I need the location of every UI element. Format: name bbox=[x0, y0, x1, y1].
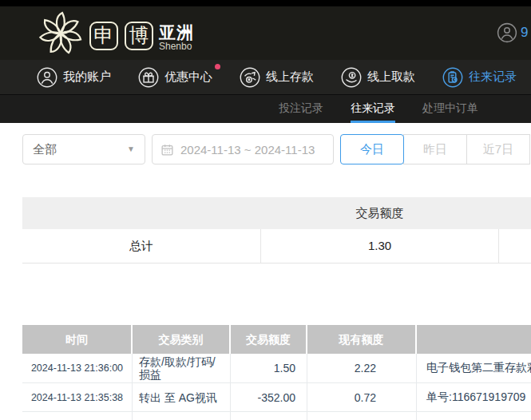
cell-balance bbox=[307, 412, 417, 420]
cell-remark: 单号:116671919709 bbox=[417, 383, 531, 411]
col-header-amount: 交易额度 bbox=[231, 325, 307, 354]
date-range-input[interactable]: 2024-11-13 ~ 2024-11-13 bbox=[152, 134, 334, 164]
filter-bar: 全部 ▼ 2024-11-13 ~ 2024-11-13 今日 昨日 近7日 bbox=[0, 134, 531, 164]
table-row: 2024-11-13 21:35:38 转出 至 AG视讯 -352.00 0.… bbox=[22, 383, 531, 412]
records-header-row: 时间 交易类别 交易额度 现有额度 bbox=[22, 325, 531, 354]
gift-icon bbox=[138, 67, 159, 88]
col-header-remark bbox=[417, 325, 531, 354]
cell-type: 转出 至 AG视讯 bbox=[133, 383, 231, 411]
col-header-time: 时间 bbox=[22, 325, 133, 354]
account-summary[interactable]: 9 bbox=[497, 22, 528, 43]
record-tabs: 投注记录 往来记录 处理中订单 bbox=[0, 94, 531, 123]
nav-item-promotions[interactable]: 优惠中心 bbox=[138, 67, 212, 88]
quick-date-buttons: 今日 昨日 近7日 bbox=[340, 134, 530, 164]
cell-balance: 0.72 bbox=[307, 383, 417, 411]
notification-dot bbox=[215, 64, 220, 69]
yesterday-button[interactable]: 昨日 bbox=[403, 134, 467, 164]
summary-header-blank bbox=[22, 197, 260, 229]
cell-time: 2024-11-13 21:35:38 bbox=[22, 383, 133, 411]
main-nav: 我的账户 优惠中心 线上存款 bbox=[0, 60, 531, 94]
summary-header-row: 交易额度 bbox=[22, 197, 531, 229]
summary-total-row: 总计 1.30 bbox=[22, 229, 531, 263]
logo-subtitle: Shenbo bbox=[159, 41, 192, 52]
user-avatar-icon bbox=[497, 22, 517, 43]
page: 申 博 亚洲 Shenbo 9 我的账户 bbox=[0, 0, 531, 420]
nav-label: 线上存款 bbox=[266, 69, 314, 85]
logo-char-shen: 申 bbox=[89, 22, 118, 50]
cell-amount: 1.50 bbox=[231, 354, 307, 382]
type-select[interactable]: 全部 ▼ bbox=[22, 134, 145, 164]
tab-transaction-records[interactable]: 往来记录 bbox=[351, 95, 395, 123]
summary-total-value: 1.30 bbox=[260, 229, 499, 263]
summary-header-blank2 bbox=[499, 197, 531, 229]
summary-total-blank bbox=[499, 229, 531, 263]
cell-type bbox=[133, 412, 231, 420]
nav-label: 我的账户 bbox=[63, 69, 111, 85]
brand-header: 申 博 亚洲 Shenbo 9 bbox=[0, 6, 531, 60]
records-icon bbox=[442, 67, 463, 88]
cell-time bbox=[22, 412, 133, 420]
summary-total-label: 总计 bbox=[22, 229, 260, 263]
cell-remark: 电子钱包第二重存款彩金 bbox=[417, 354, 531, 382]
nav-item-withdraw[interactable]: 线上取款 bbox=[341, 67, 415, 88]
today-button[interactable]: 今日 bbox=[340, 134, 404, 164]
cell-balance: 2.22 bbox=[307, 354, 417, 382]
nav-item-transaction-records[interactable]: 往来记录 bbox=[442, 67, 517, 88]
username-text: 9 bbox=[521, 25, 528, 41]
nav-label: 线上取款 bbox=[367, 69, 415, 85]
cell-amount: -352.00 bbox=[231, 383, 307, 411]
summary-header-amount: 交易额度 bbox=[260, 197, 499, 229]
deposit-icon bbox=[240, 67, 260, 88]
chevron-down-icon: ▼ bbox=[127, 135, 135, 164]
top-strip bbox=[0, 0, 531, 6]
calendar-icon bbox=[160, 143, 174, 157]
summary-table: 交易额度 总计 1.30 bbox=[22, 197, 531, 263]
lotus-logo-icon bbox=[35, 8, 86, 59]
withdraw-icon bbox=[341, 67, 362, 88]
cell-amount bbox=[231, 412, 307, 420]
logo-char-bo: 博 bbox=[125, 22, 153, 50]
tab-bet-records[interactable]: 投注记录 bbox=[279, 95, 323, 123]
last-7-days-button[interactable]: 近7日 bbox=[466, 134, 530, 164]
cell-type: 存款/取款/打码/损益 bbox=[133, 354, 231, 382]
col-header-type: 交易类别 bbox=[133, 325, 231, 354]
nav-label: 往来记录 bbox=[469, 69, 517, 85]
cell-remark bbox=[417, 412, 531, 420]
cell-time: 2024-11-13 21:36:00 bbox=[22, 354, 133, 382]
user-icon bbox=[37, 67, 57, 88]
records-table: 时间 交易类别 交易额度 现有额度 2024-11-13 21:36:00 存款… bbox=[22, 325, 531, 420]
type-select-value: 全部 bbox=[33, 142, 57, 156]
date-range-value: 2024-11-13 ~ 2024-11-13 bbox=[180, 143, 315, 157]
nav-item-my-account[interactable]: 我的账户 bbox=[37, 67, 111, 88]
nav-item-deposit[interactable]: 线上存款 bbox=[240, 67, 314, 88]
table-row bbox=[22, 412, 531, 420]
table-row: 2024-11-13 21:36:00 存款/取款/打码/损益 1.50 2.2… bbox=[22, 354, 531, 383]
nav-label: 优惠中心 bbox=[164, 69, 212, 85]
tab-pending-orders[interactable]: 处理中订单 bbox=[422, 95, 478, 123]
col-header-balance: 现有额度 bbox=[307, 325, 417, 354]
